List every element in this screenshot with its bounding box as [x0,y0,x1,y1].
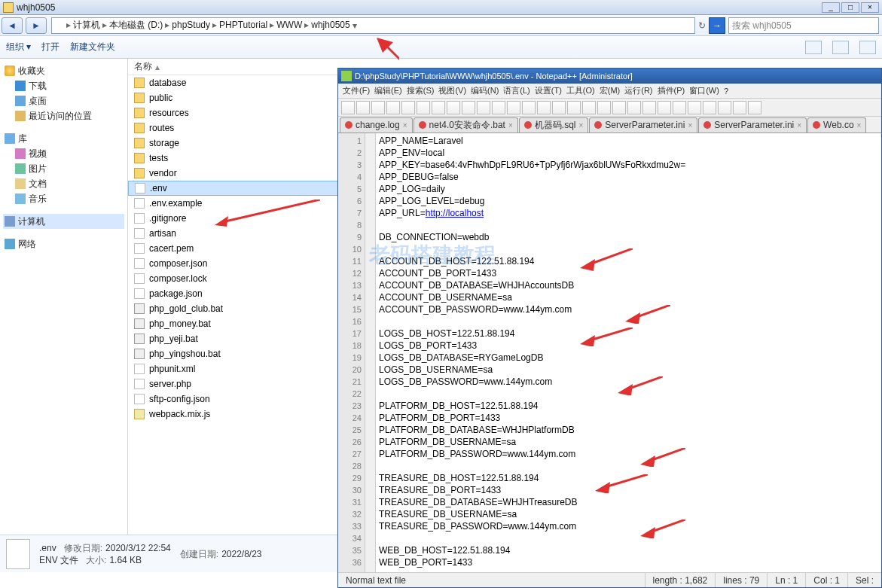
editor-tab[interactable]: ServerParameter.ini× [698,117,807,133]
tab-close-icon[interactable]: × [403,121,407,129]
toolbar-icon[interactable] [567,101,581,114]
breadcrumb[interactable]: ▸计算机▸本地磁盘 (D:)▸phpStudy▸PHPTutorial▸WWW▸… [51,17,695,34]
nav-pane: 收藏夹 下载 桌面 最近访问的位置 库 视频 图片 文档 音乐 计算机 网络 [0,59,128,535]
nav-documents[interactable]: 文档 [3,176,124,191]
menu-item[interactable]: 运行(R) [623,85,654,96]
breadcrumb-segment[interactable]: PHPTutorial [219,20,267,30]
menu-item[interactable]: 设置(T) [533,85,563,96]
computer-icon [5,216,15,227]
bat-icon [134,334,145,344]
menu-item[interactable]: 宏(M) [598,85,622,96]
toolbar-icon[interactable] [477,101,490,114]
menu-item[interactable]: 视图(V) [437,85,468,96]
organize-menu[interactable]: 组织 ▾ [6,41,31,53]
nav-videos[interactable]: 视频 [3,146,124,161]
status-syntax: Normal text file [338,573,645,587]
search-input[interactable]: 搜索 whjh0505 [728,17,879,34]
nav-network[interactable]: 网络 [3,236,124,251]
refresh-icon[interactable]: ↻ [698,20,706,31]
toolbar-icon[interactable] [356,101,370,114]
forward-button[interactable]: ► [26,17,47,34]
nav-libraries[interactable]: 库 [3,131,124,146]
nav-desktop[interactable]: 桌面 [3,93,124,108]
close-button[interactable]: × [861,2,879,13]
breadcrumb-segment[interactable]: 计算机 [73,20,100,30]
tab-dirty-icon [813,121,820,129]
toolbar-icon[interactable] [612,101,626,114]
menu-item[interactable]: 工具(O) [565,85,597,96]
view-icon[interactable] [805,41,822,54]
nav-downloads[interactable]: 下载 [3,78,124,93]
toolbar-icon[interactable] [688,101,701,114]
tab-close-icon[interactable]: × [508,121,513,129]
toolbar-icon[interactable] [417,101,430,114]
toolbar-icon[interactable] [492,101,505,114]
bat-icon [134,318,145,329]
editor-tab[interactable]: net4.0安装命令.bat× [414,117,518,133]
editor-tab[interactable]: ServerParameter.ini× [589,117,697,133]
toolbar-icon[interactable] [371,101,385,114]
recent-icon [15,111,26,121]
editor-tab[interactable]: change.log× [340,117,413,133]
maximize-button[interactable]: □ [841,2,859,13]
open-button[interactable]: 打开 [41,41,60,53]
minimize-button[interactable]: _ [822,2,840,13]
toolbar-icon[interactable] [582,101,596,114]
toolbar-icon[interactable] [537,101,551,114]
code-area[interactable]: APP_NAME=LaravelAPP_ENV=localAPP_KEY=bas… [376,133,881,572]
toolbar-icon[interactable] [401,101,415,114]
preview-icon[interactable] [832,41,849,54]
menu-item[interactable]: 编码(N) [469,85,500,96]
tab-close-icon[interactable]: × [578,121,583,129]
file-name: package.json [149,288,203,299]
nav-recent[interactable]: 最近访问的位置 [3,108,124,123]
tab-close-icon[interactable]: × [797,121,801,129]
toolbar-icon[interactable] [733,101,746,114]
toolbar-icon[interactable] [507,101,520,114]
breadcrumb-segment[interactable]: 本地磁盘 (D:) [109,20,163,30]
editor-tab[interactable]: 机器码.sql× [519,117,589,133]
toolbar-icon[interactable] [432,101,445,114]
toolbar-icon[interactable] [718,101,731,114]
toolbar-icon[interactable] [673,101,686,114]
toolbar-icon[interactable] [703,101,716,114]
toolbar-icon[interactable] [552,101,566,114]
breadcrumb-segment[interactable]: WWW [276,20,302,30]
nav-favorites[interactable]: 收藏夹 [3,63,124,78]
nav-music[interactable]: 音乐 [3,191,124,206]
breadcrumb-segment[interactable]: whjh0505 [311,20,349,30]
npp-editor[interactable]: 1234567891011121314151617181920212223242… [338,133,881,572]
menu-item[interactable]: 窗口(W) [688,85,721,96]
toolbar-icon[interactable] [597,101,611,114]
editor-tab[interactable]: Web.co× [807,117,866,133]
toolbar-icon[interactable] [522,101,536,114]
tab-close-icon[interactable]: × [857,121,862,129]
tab-close-icon[interactable]: × [688,121,692,129]
music-icon [15,193,26,204]
bat-icon [134,303,145,314]
toolbar-icon[interactable] [627,101,641,114]
help-icon[interactable] [859,41,876,54]
menu-item[interactable]: 插件(P) [656,85,687,96]
back-button[interactable]: ◄ [2,17,23,34]
menu-item[interactable]: 搜索(S) [405,85,436,96]
toolbar-icon[interactable] [658,101,671,114]
menu-item[interactable]: 编辑(E) [373,85,404,96]
toolbar-icon[interactable] [642,101,656,114]
breadcrumb-segment[interactable]: phpStudy [172,20,210,30]
toolbar-icon[interactable] [341,101,355,114]
menu-item[interactable]: ? [722,87,730,96]
toolbar-icon[interactable] [462,101,475,114]
menu-item[interactable]: 语言(L) [502,85,531,96]
toolbar-icon[interactable] [447,101,460,114]
document-icon [15,178,26,189]
nav-computer[interactable]: 计算机 [3,214,124,229]
menu-item[interactable]: 文件(F) [341,85,371,96]
status-length: length : 1,682 [645,573,716,587]
nav-pictures[interactable]: 图片 [3,161,124,176]
toolbar-icon[interactable] [748,101,761,114]
go-button[interactable]: → [709,17,725,34]
npp-menubar[interactable]: 文件(F)编辑(E)搜索(S)视图(V)编码(N)语言(L)设置(T)工具(O)… [338,84,881,99]
new-folder-button[interactable]: 新建文件夹 [70,41,115,53]
toolbar-icon[interactable] [386,101,400,114]
